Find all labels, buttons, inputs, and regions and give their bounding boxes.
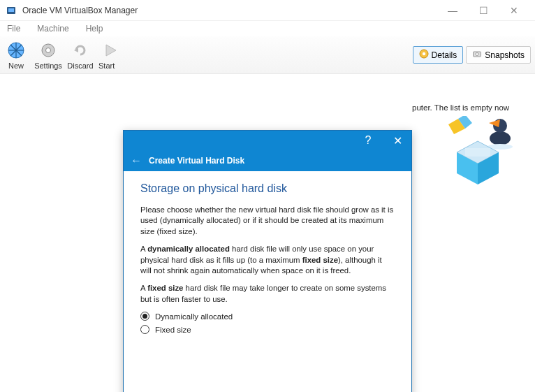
menu-file[interactable]: File — [3, 22, 24, 35]
back-arrow-icon[interactable]: ← — [131, 154, 142, 167]
discard-button[interactable]: Discard — [64, 36, 96, 74]
toolbar: New Settings Discard Start Details Snaps… — [0, 36, 535, 74]
new-icon — [6, 41, 26, 60]
window-title: Oracle VM VirtualBox Manager — [22, 6, 437, 15]
dialog-titlebar: ? ✕ — [124, 131, 411, 150]
tab-details-label: Details — [432, 50, 457, 60]
wizard-dialog: ? ✕ ← Create Virtual Hard Disk Storage o… — [123, 130, 412, 392]
dialog-subheader: ← Create Virtual Hard Disk — [124, 150, 411, 171]
start-icon — [101, 41, 120, 60]
start-label: Start — [98, 61, 122, 70]
tab-details[interactable]: Details — [413, 46, 464, 64]
dialog-close-button[interactable]: ✕ — [388, 134, 407, 147]
radio-fixed-size[interactable]: Fixed size — [140, 325, 395, 334]
radio-icon — [140, 312, 149, 321]
radio-icon — [140, 325, 149, 334]
dialog-paragraph-1: Please choose whether the new virtual ha… — [140, 205, 395, 237]
svg-rect-1 — [8, 8, 14, 12]
svg-point-14 — [476, 53, 478, 56]
radio-dynamically-allocated[interactable]: Dynamically allocated — [140, 312, 395, 321]
virtualbox-logo-art — [436, 116, 520, 195]
svg-marker-10 — [106, 45, 116, 56]
settings-button[interactable]: Settings — [32, 36, 64, 74]
svg-point-8 — [46, 48, 51, 52]
new-label: New — [8, 61, 24, 70]
radio-label: Fixed size — [155, 326, 191, 334]
dialog-body: Storage on physical hard disk Please cho… — [124, 171, 411, 392]
menu-help[interactable]: Help — [82, 22, 108, 35]
menu-machine[interactable]: Machine — [33, 22, 73, 35]
maximize-button[interactable]: ☐ — [468, 0, 499, 21]
svg-point-17 — [490, 131, 511, 145]
radio-label: Dynamically allocated — [155, 312, 233, 321]
discard-icon — [71, 41, 90, 60]
camera-icon — [472, 49, 482, 61]
menubar: File Machine Help — [0, 21, 535, 36]
window-titlebar: Oracle VM VirtualBox Manager — ☐ ✕ — [0, 0, 535, 21]
dialog-paragraph-2: A dynamically allocated hard disk file w… — [140, 244, 395, 276]
dialog-heading: Storage on physical hard disk — [140, 182, 395, 195]
dialog-title: Create Virtual Hard Disk — [149, 156, 244, 166]
main-area: puter. The list is empty now ? — [0, 74, 535, 392]
welcome-text-fragment: puter. The list is empty now — [412, 103, 531, 112]
new-button[interactable]: New — [0, 36, 32, 74]
tab-snapshots[interactable]: Snapshots — [466, 46, 531, 64]
discard-label: Discard — [67, 61, 93, 70]
details-icon — [419, 49, 429, 61]
dialog-paragraph-3: A fixed size hard disk file may take lon… — [140, 283, 395, 305]
close-button[interactable]: ✕ — [499, 0, 529, 21]
minimize-button[interactable]: — — [437, 0, 468, 21]
settings-label: Settings — [34, 61, 62, 70]
svg-point-18 — [493, 119, 507, 133]
tab-snapshots-label: Snapshots — [485, 50, 525, 60]
svg-point-12 — [422, 52, 425, 55]
start-button[interactable]: Start — [96, 36, 124, 74]
svg-marker-24 — [465, 148, 490, 157]
app-icon — [6, 5, 17, 16]
help-button[interactable]: ? — [358, 134, 378, 147]
gear-icon — [38, 41, 58, 60]
